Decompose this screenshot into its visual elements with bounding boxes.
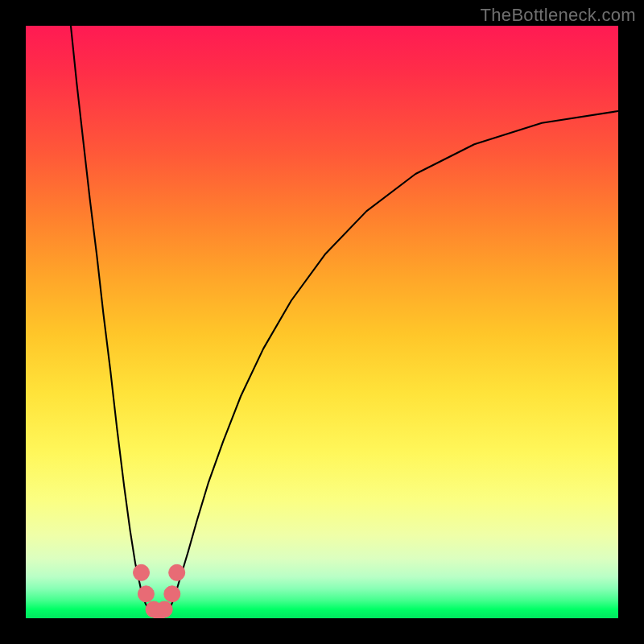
curve-right-branch [169,111,618,610]
marker-dot [164,586,180,602]
marker-dot [156,601,172,617]
bottleneck-curve-svg [26,26,618,618]
marker-dot [169,564,185,580]
marker-dot [134,564,150,580]
near-minimum-markers [134,564,185,618]
plot-area [26,26,618,618]
marker-dot [138,586,154,602]
watermark-text: TheBottleneck.com [481,5,636,26]
chart-frame: TheBottleneck.com [0,0,644,644]
curve-left-branch [71,26,149,610]
